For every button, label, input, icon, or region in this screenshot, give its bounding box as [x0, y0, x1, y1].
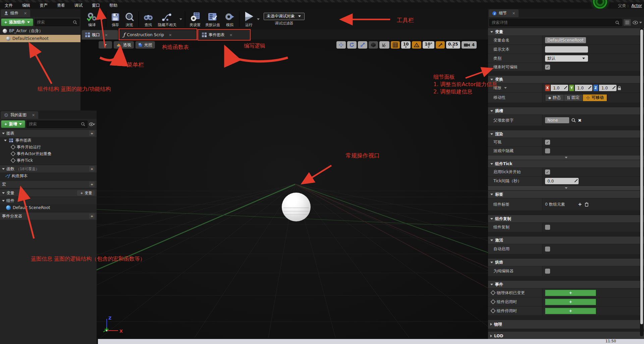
add-dispatcher-button[interactable]: ＋	[89, 213, 95, 219]
parent-class-link[interactable]: Actor	[631, 3, 642, 8]
add-event-button[interactable]: ＋	[545, 308, 596, 314]
search-icon[interactable]	[571, 118, 576, 123]
menu-help[interactable]: 帮助	[105, 2, 122, 9]
section-transform[interactable]: 变换	[488, 75, 644, 83]
add-graph-button[interactable]: ＋	[89, 131, 95, 136]
category-dropdown[interactable]: 默认	[545, 55, 588, 62]
tab-details[interactable]: i 细节 ×	[489, 9, 519, 17]
menu-view[interactable]: 查看	[52, 2, 70, 9]
debug-object-dropdown[interactable]: 未选中调试对象	[264, 13, 305, 20]
tab-my-blueprint[interactable]: 我的蓝图 ×	[1, 111, 38, 119]
tooltip-input[interactable]	[545, 46, 588, 53]
save-button[interactable]: 保存	[111, 11, 120, 27]
event-row[interactable]: 事件Actor开始重叠	[0, 150, 97, 157]
scale-tool-button[interactable]	[358, 41, 367, 49]
event-row[interactable]: 事件Tick	[0, 157, 97, 164]
hide-unrelated-button[interactable]: 隐藏不相关	[158, 11, 176, 27]
rotate-tool-button[interactable]	[347, 41, 357, 49]
hide-unrelated-dropdown-icon[interactable]	[179, 18, 182, 20]
section-sockets[interactable]: 插槽	[488, 107, 644, 115]
menu-debug[interactable]: 调试	[70, 2, 87, 9]
menu-file[interactable]: 文件	[0, 2, 17, 9]
close-icon[interactable]: ×	[512, 11, 515, 15]
scale-z-input[interactable]: 1.0	[599, 85, 616, 91]
tick-interval-input[interactable]: 0.0	[545, 178, 579, 184]
graphs-section-header[interactable]: 图表 ＋	[0, 129, 97, 137]
section-activation[interactable]: 激活	[488, 236, 644, 244]
editable-checkbox[interactable]: ✓	[545, 65, 550, 70]
perspective-button[interactable]: 透视	[114, 41, 134, 49]
dispatchers-section-header[interactable]: 事件分发器 ＋	[0, 212, 97, 220]
play-dropdown-icon[interactable]	[257, 18, 260, 20]
section-physics[interactable]: 物理	[488, 320, 644, 329]
add-variable-button[interactable]: ＋变量	[77, 190, 95, 196]
start-tick-checkbox[interactable]: ✓	[545, 169, 550, 175]
window-titlebar[interactable]	[0, 0, 644, 2]
viewport-options-button[interactable]	[99, 41, 112, 49]
rotation-snap-value-button[interactable]: 10°	[423, 41, 434, 49]
close-icon[interactable]: ×	[169, 33, 172, 37]
scale-snap-toggle-button[interactable]	[436, 41, 445, 49]
world-local-toggle-button[interactable]	[369, 41, 378, 49]
mobility-movable-option[interactable]: 可移动	[583, 94, 607, 101]
sphere-actor[interactable]	[282, 193, 311, 221]
details-scrollbar[interactable]	[640, 28, 643, 336]
class-defaults-button[interactable]: 类默认值	[205, 11, 220, 27]
lock-icon[interactable]	[618, 86, 621, 90]
section-replication[interactable]: 组件复制	[488, 215, 644, 222]
find-button[interactable]: 查找	[143, 11, 153, 27]
hidden-in-game-checkbox[interactable]	[545, 148, 550, 153]
section-cooking[interactable]: 烘焙	[488, 258, 644, 266]
close-icon[interactable]: ×	[105, 33, 108, 37]
construction-script-row[interactable]: ↗ƒ 构造脚本	[0, 173, 97, 179]
visible-checkbox[interactable]: ✓	[545, 140, 550, 145]
class-settings-button[interactable]: 类设置	[190, 11, 201, 27]
property-matrix-button[interactable]	[624, 19, 631, 26]
compile-button[interactable]: 编译	[86, 11, 98, 27]
tab-viewport[interactable]: 视口 ×	[82, 30, 118, 40]
details-search-input[interactable]: 搜索详情	[489, 19, 622, 26]
grid-snap-toggle-button[interactable]	[391, 41, 400, 49]
expand-more-bar[interactable]	[488, 186, 644, 190]
menu-asset[interactable]: 资产	[35, 2, 52, 9]
clear-icon[interactable]: ✖	[578, 118, 582, 123]
component-row-root[interactable]: BP_Actor（自身）	[0, 27, 80, 34]
grid-snap-value-button[interactable]: 10	[401, 41, 411, 49]
add-macro-button[interactable]: ＋	[89, 182, 95, 187]
camera-speed-button[interactable]: 4	[462, 41, 477, 49]
section-component-tick[interactable]: 组件Tick	[488, 160, 644, 167]
component-row-selected[interactable]: DefaultSceneRoot	[0, 35, 80, 42]
close-icon[interactable]: ×	[24, 11, 27, 15]
editor-only-checkbox[interactable]	[545, 269, 550, 274]
add-element-icon[interactable]: ＋	[577, 201, 583, 208]
scale-y-input[interactable]: 1.0	[575, 85, 592, 91]
new-button[interactable]: ＋ 新增	[1, 120, 25, 128]
scrollbar-thumb[interactable]	[640, 29, 643, 324]
section-events[interactable]: 事件	[488, 280, 644, 288]
lighting-button[interactable]: 光照	[136, 41, 155, 49]
browse-button[interactable]: 浏览	[125, 11, 134, 27]
mobility-stationary-option[interactable]: 固定	[564, 94, 583, 101]
close-icon[interactable]: ×	[32, 113, 35, 117]
components-search-input[interactable]: 搜索	[35, 19, 79, 26]
scale-x-input[interactable]: 1.0	[551, 85, 568, 91]
tab-construction-script[interactable]: ƒ Construction Scrip ×	[120, 30, 196, 40]
event-graph-row[interactable]: 事件图表	[0, 137, 97, 144]
chevron-down-icon[interactable]	[504, 87, 507, 89]
add-component-button[interactable]: ＋ 添加组件	[1, 18, 33, 26]
replicates-checkbox[interactable]	[545, 225, 550, 230]
trash-icon[interactable]	[585, 202, 589, 207]
section-variable[interactable]: 变量	[488, 28, 644, 36]
filter-eye-icon[interactable]	[89, 122, 96, 126]
menu-edit[interactable]: 编辑	[17, 2, 35, 9]
close-icon[interactable]: ×	[229, 33, 232, 37]
section-tags[interactable]: 标签	[488, 190, 644, 198]
tab-event-graph[interactable]: 事件图表 ×	[199, 30, 250, 40]
menu-window[interactable]: 窗口	[87, 2, 105, 9]
add-function-button[interactable]: ＋	[89, 166, 95, 171]
expand-more-bar[interactable]	[488, 155, 644, 160]
macros-section-header[interactable]: 宏 ＋	[0, 180, 97, 188]
play-button[interactable]: 运行	[244, 11, 254, 27]
auto-activate-checkbox[interactable]	[545, 247, 550, 252]
scene-root-row[interactable]: Default SceneRoot	[0, 204, 97, 211]
